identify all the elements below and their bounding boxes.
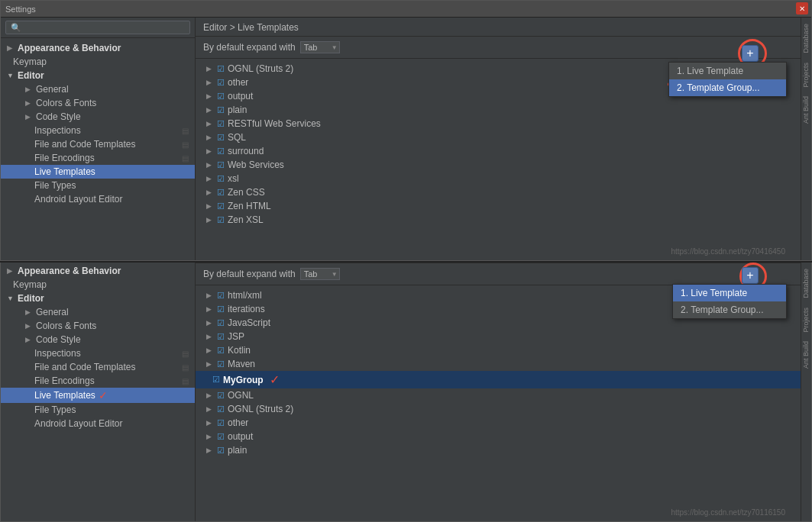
sidebar-item-android-b[interactable]: Android Layout Editor — [1, 417, 195, 430]
template-item-zencss[interactable]: ▶ ☑ Zen CSS — [196, 185, 801, 199]
main-content-top: Editor > Live Templates By default expan… — [196, 18, 801, 260]
check-icon: ☑ — [217, 174, 225, 184]
template-item-restful[interactable]: ▶ ☑ RESTful Web Services — [196, 117, 801, 130]
sidebar-nav-bottom: ▶ Appearance & Behavior Keymap ▼ Editor … — [1, 263, 195, 521]
search-input-top[interactable] — [5, 21, 190, 34]
title-bar-top: Settings ✕ — [1, 1, 811, 18]
tri-icon: ▶ — [206, 305, 214, 313]
tri-icon: ▶ — [206, 147, 214, 155]
tri-icon: ▶ — [206, 79, 214, 86]
template-item-plain[interactable]: ▶ ☑ plain — [196, 103, 801, 117]
arrow-icon: ▶ — [7, 44, 16, 52]
sidebar-item-colors-b[interactable]: ▶ Colors & Fonts — [1, 319, 195, 333]
menu-item-template-group-bottom[interactable]: 2. Template Group... — [673, 301, 786, 318]
sidebar-item-live-templates-b[interactable]: Live Templates ✓ — [1, 388, 195, 403]
template-item-jsp[interactable]: ▶ ☑ JSP — [196, 330, 801, 343]
sidebar-item-android[interactable]: Android Layout Editor — [1, 192, 195, 206]
right-tab-projects-bottom[interactable]: Projects — [801, 303, 811, 337]
template-item-webservices[interactable]: ▶ ☑ Web Services — [196, 158, 801, 172]
sidebar-item-inspections-b[interactable]: Inspections ▤ — [1, 346, 195, 360]
template-item-output-b[interactable]: ▶ ☑ output — [196, 430, 801, 443]
close-button-top[interactable]: ✕ — [796, 2, 808, 14]
sidebar-item-inspections[interactable]: Inspections ▤ — [1, 124, 195, 137]
tri-icon: ▶ — [206, 360, 214, 368]
dropdown-menu-bottom: 1. Live Template 2. Template Group... — [672, 284, 787, 319]
template-label: OGNL — [228, 390, 254, 401]
arrow-icon-cb: ▶ — [25, 322, 34, 330]
template-item-xsl[interactable]: ▶ ☑ xsl — [196, 172, 801, 185]
sidebar-item-file-code-templates[interactable]: File and Code Templates ▤ — [1, 137, 195, 151]
right-tab-antbuild-bottom[interactable]: Ant Build — [801, 337, 811, 373]
expand-row-bottom: By default expand with Tab Enter Space — [196, 263, 801, 285]
sidebar-item-general-b[interactable]: ▶ General — [1, 305, 195, 319]
template-label: other — [228, 417, 248, 428]
add-button-top[interactable]: + — [742, 45, 759, 62]
sidebar-item-codestyle-b[interactable]: ▶ Code Style — [1, 333, 195, 346]
template-item-ognl-struts-b[interactable]: ▶ ☑ OGNL (Struts 2) — [196, 402, 801, 416]
sidebar-item-file-types[interactable]: File Types — [1, 179, 195, 192]
file-templates-icon: ▤ — [182, 140, 189, 149]
right-tab-database-bottom[interactable]: Database — [801, 264, 811, 303]
tri-icon: ▶ — [206, 175, 214, 182]
sidebar-item-file-types-b[interactable]: File Types — [1, 403, 195, 417]
add-button-bottom[interactable]: + — [742, 267, 759, 284]
template-item-mygroup[interactable]: ☑ MyGroup ✓ — [196, 371, 801, 388]
sidebar-item-colors[interactable]: ▶ Colors & Fonts — [1, 96, 195, 110]
expand-select-top[interactable]: Tab Enter Space — [300, 41, 340, 53]
template-item-plain-b[interactable]: ▶ ☑ plain — [196, 443, 801, 457]
sidebar-item-appearance-b[interactable]: ▶ Appearance & Behavior — [1, 264, 195, 278]
sidebar-item-editor[interactable]: ▼ Editor — [1, 69, 195, 82]
expand-label-top: By default expand with — [203, 42, 296, 53]
template-item-other-b[interactable]: ▶ ☑ other — [196, 416, 801, 430]
menu-item-live-template-top[interactable]: 1. Live Template — [669, 63, 786, 79]
template-item-sql[interactable]: ▶ ☑ SQL — [196, 130, 801, 144]
template-label: Maven — [228, 359, 255, 369]
sidebar-item-general[interactable]: ▶ General — [1, 82, 195, 96]
sidebar-item-editor-b[interactable]: ▼ Editor — [1, 292, 195, 305]
template-label: JSP — [228, 331, 244, 342]
template-label: SQL — [228, 132, 246, 143]
template-item-zenxsl[interactable]: ▶ ☑ Zen XSL — [196, 213, 801, 227]
template-label: Zen XSL — [228, 214, 264, 225]
template-item-maven[interactable]: ▶ ☑ Maven — [196, 357, 801, 371]
right-tab-antbuild-top[interactable]: Ant Build — [801, 92, 811, 128]
sidebar-top: ▶ Appearance & Behavior Keymap ▼ Editor … — [1, 18, 196, 260]
title-bar-text-top: Settings — [5, 5, 36, 14]
screenshots-container: Settings ✕ ▶ Appearance & Behavior Keyma… — [0, 0, 812, 522]
template-item-ognl[interactable]: ▶ ☑ OGNL — [196, 388, 801, 402]
expand-select-bottom[interactable]: Tab Enter Space — [300, 268, 340, 280]
tri-icon: ▶ — [206, 188, 214, 196]
arrow-icon-cs: ▶ — [25, 113, 34, 121]
expand-select-wrapper-top: Tab Enter Space — [300, 41, 340, 53]
check-icon: ☑ — [217, 147, 225, 156]
sidebar-item-keymap-b[interactable]: Keymap — [1, 278, 195, 292]
sidebar-item-codestyle[interactable]: ▶ Code Style — [1, 110, 195, 124]
sidebar-item-file-encodings[interactable]: File Encodings ▤ — [1, 151, 195, 165]
encodings-icon: ▤ — [182, 154, 189, 163]
template-item-zenhtml[interactable]: ▶ ☑ Zen HTML — [196, 199, 801, 213]
sidebar-item-keymap[interactable]: Keymap — [1, 55, 195, 69]
tri-icon: ▶ — [206, 161, 214, 169]
main-content-bottom: By default expand with Tab Enter Space ▶… — [196, 263, 801, 521]
sidebar-item-appearance[interactable]: ▶ Appearance & Behavior — [1, 41, 195, 55]
menu-item-template-group-top[interactable]: 2. Template Group... — [669, 79, 786, 96]
check-icon: ☑ — [217, 318, 225, 328]
template-list-bottom: ▶ ☑ html/xml ▶ ☑ iterations ▶ ☑ JavaScri… — [196, 285, 801, 521]
check-icon: ☑ — [217, 404, 225, 414]
template-label: other — [228, 77, 248, 88]
menu-item-live-template-bottom[interactable]: 1. Live Template — [673, 285, 786, 301]
right-tab-projects-top[interactable]: Projects — [801, 58, 811, 92]
check-icon: ☑ — [212, 375, 220, 385]
sidebar-item-file-encodings-b[interactable]: File Encodings ▤ — [1, 374, 195, 388]
tri-icon: ▶ — [206, 202, 214, 210]
tri-icon: ▶ — [206, 333, 214, 340]
check-icon: ☑ — [217, 78, 225, 88]
template-item-kotlin[interactable]: ▶ ☑ Kotlin — [196, 343, 801, 357]
check-icon: ☑ — [217, 291, 225, 301]
sidebar-item-live-templates[interactable]: Live Templates — [1, 165, 195, 179]
check-icon: ☑ — [217, 332, 225, 342]
template-label: surround — [228, 146, 264, 156]
sidebar-item-file-code-templates-b[interactable]: File and Code Templates ▤ — [1, 360, 195, 374]
right-tab-database-top[interactable]: Database — [801, 19, 811, 58]
template-item-surround[interactable]: ▶ ☑ surround — [196, 144, 801, 158]
